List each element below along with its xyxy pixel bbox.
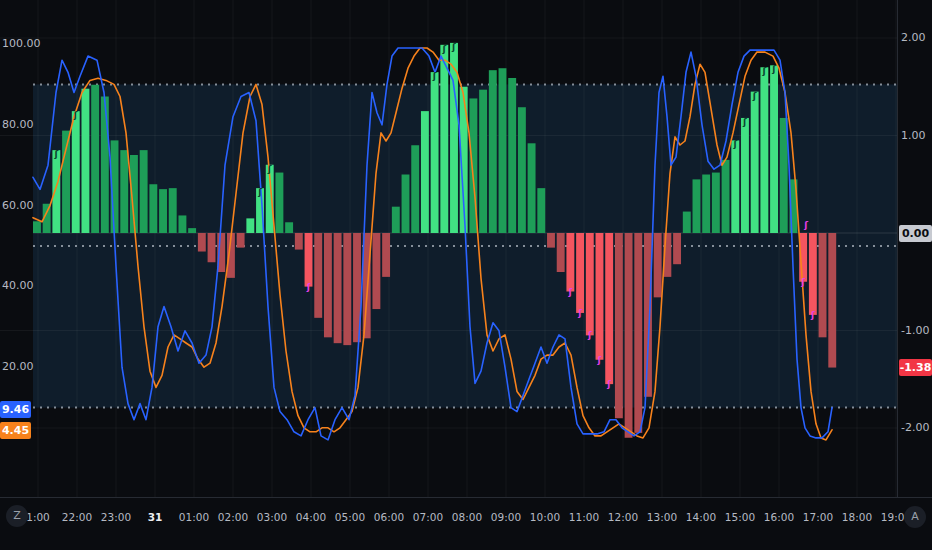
- histogram-bar: [421, 111, 429, 233]
- time-label: 23:00: [101, 511, 131, 523]
- time-label: 18:00: [842, 511, 872, 523]
- histogram-bar: [547, 233, 555, 248]
- bar-marker-squiggle: ʃ: [810, 310, 815, 320]
- bar-marker-squiggle: ʃ: [771, 64, 776, 74]
- time-label: 08:00: [452, 511, 482, 523]
- histogram-bar: [402, 175, 410, 234]
- histogram-bar: [324, 233, 332, 337]
- histogram-bar: [372, 233, 380, 309]
- time-label: 01:00: [179, 511, 209, 523]
- bar-marker-squiggle: ʃ: [73, 110, 78, 120]
- time-label: 03:00: [257, 511, 287, 523]
- histogram-bar: [343, 233, 351, 345]
- right-axis-label: -2.00: [901, 421, 931, 435]
- histogram-bar: [518, 107, 526, 233]
- histogram-bar: [654, 233, 662, 297]
- time-label: 15:00: [725, 511, 755, 523]
- histogram-bar: [208, 233, 216, 262]
- time-axis-separator: [0, 497, 932, 498]
- histogram-bar: [440, 45, 448, 233]
- bar-marker-squiggle: ʃ: [451, 42, 456, 52]
- histogram-bar: [712, 173, 720, 233]
- button-a[interactable]: A: [904, 506, 926, 528]
- zero-value-badge: 0.00: [899, 225, 932, 242]
- histogram-bar: [751, 92, 759, 233]
- bar-marker-squiggle: ʃ: [752, 91, 757, 101]
- time-label: 11:00: [569, 511, 599, 523]
- histogram-bar: [634, 233, 642, 433]
- bar-marker-squiggle: ʃ: [53, 149, 58, 159]
- k-value-badge: 9.46: [0, 401, 31, 418]
- bar-marker-squiggle: ʃ: [732, 139, 737, 149]
- histogram-bar: [285, 222, 293, 233]
- bar-marker-squiggle: ʃ: [587, 330, 592, 340]
- time-label: 10:00: [530, 511, 560, 523]
- histogram-bar: [683, 212, 691, 233]
- bar-marker-squiggle: ʃ: [432, 71, 437, 81]
- histogram-bar: [819, 233, 827, 337]
- time-label: 07:00: [413, 511, 443, 523]
- left-axis-label: 100.00: [2, 37, 30, 51]
- time-label: 22:00: [62, 511, 92, 523]
- bar-marker-squiggle: ʃ: [441, 44, 446, 54]
- bar-marker-squiggle: ʃ: [257, 187, 262, 197]
- histogram-bar: [780, 118, 788, 233]
- histogram-bar: [120, 150, 128, 233]
- histogram-bar: [178, 215, 186, 233]
- histogram-bar: [557, 233, 565, 272]
- histogram-bar: [673, 233, 681, 264]
- bar-marker-squiggle: ʃ: [606, 379, 611, 389]
- chart-window: ʃʃʃʃʃʃʃʃʃʃʃʃʃʃʃʃʃʃʃʃʃ 100.0080.0060.0040…: [0, 0, 932, 550]
- histogram-bar: [586, 233, 594, 335]
- histogram-bar: [246, 218, 254, 233]
- bar-marker-squiggle: ʃ: [577, 308, 582, 318]
- time-label: 1:00: [26, 511, 50, 523]
- histogram-bar: [33, 221, 41, 233]
- histogram-bar: [828, 233, 836, 368]
- histogram-bar: [489, 70, 497, 233]
- price-axis-separator: [897, 0, 898, 497]
- time-label: 05:00: [335, 511, 365, 523]
- time-label: 13:00: [647, 511, 677, 523]
- time-label: 16:00: [764, 511, 794, 523]
- histogram-bar: [169, 188, 177, 233]
- time-label: 06:00: [374, 511, 404, 523]
- histogram-bar: [101, 97, 109, 234]
- histogram-bar: [693, 179, 701, 233]
- time-label: 09:00: [491, 511, 521, 523]
- histogram-bar: [615, 233, 623, 418]
- histogram-bar: [479, 90, 487, 233]
- histogram-bar: [149, 184, 157, 233]
- histogram-bar: [392, 207, 400, 233]
- histogram-bar: [508, 78, 516, 233]
- histogram-bar: [237, 233, 245, 248]
- histogram-bar: [537, 188, 545, 233]
- left-axis-label: 20.00: [2, 360, 30, 374]
- histogram-bar: [722, 160, 730, 233]
- histogram-bar: [644, 233, 652, 397]
- histogram-bar: [770, 65, 778, 233]
- histogram-bar: [576, 233, 584, 313]
- histogram-bar: [731, 140, 739, 233]
- histogram-bar: [702, 175, 710, 234]
- histogram-bar: [314, 233, 322, 318]
- button-z[interactable]: Z: [6, 505, 28, 527]
- histogram-value-badge: -1.38: [899, 359, 932, 376]
- bar-marker-squiggle: ʃ: [267, 164, 272, 174]
- histogram-bar: [596, 233, 604, 360]
- histogram-bar: [760, 67, 768, 233]
- histogram-bar: [382, 233, 390, 277]
- indicator-pane[interactable]: ʃʃʃʃʃʃʃʃʃʃʃʃʃʃʃʃʃʃʃʃʃ: [0, 0, 932, 497]
- left-axis-label: 60.00: [2, 199, 30, 213]
- histogram-bar: [140, 150, 148, 233]
- histogram-bar: [625, 233, 633, 438]
- bar-marker-squiggle: ʃ: [800, 277, 805, 287]
- histogram-bar: [188, 228, 196, 233]
- d-value-badge: 4.45: [0, 422, 31, 439]
- bar-marker-squiggle: ʃ: [761, 66, 766, 76]
- bar-marker-squiggle: ʃ: [568, 287, 573, 297]
- left-axis-label: 40.00: [2, 279, 30, 293]
- bar-marker-squiggle: ʃ: [742, 117, 747, 127]
- time-label: 14:00: [686, 511, 716, 523]
- histogram-bar: [72, 111, 80, 233]
